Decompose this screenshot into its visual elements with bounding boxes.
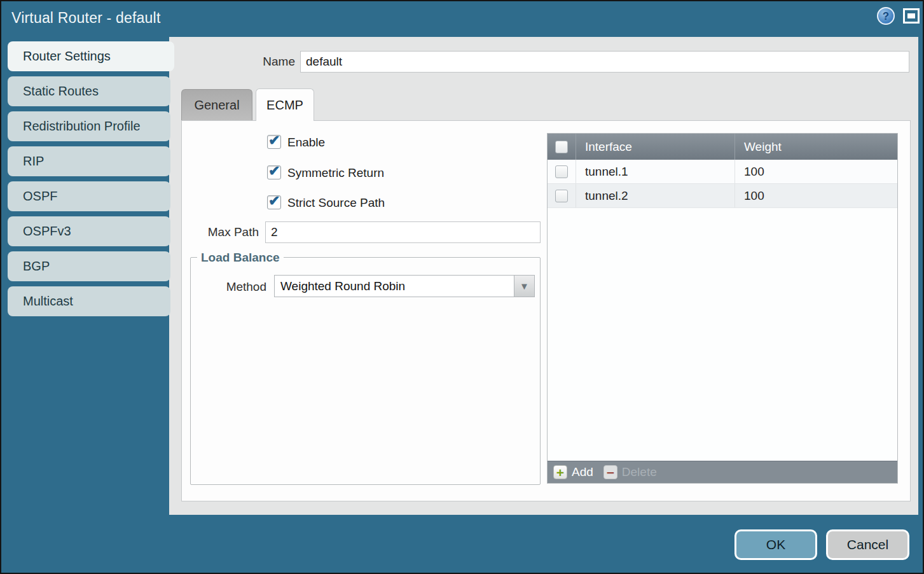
plus-glyph: + (556, 466, 564, 479)
sidebar-item-bgp[interactable]: BGP (8, 251, 170, 281)
checkmark-icon: ✔ (268, 193, 280, 209)
row-checkbox-cell (548, 160, 576, 183)
method-select-dropdown-button[interactable]: ▼ (514, 275, 535, 297)
dialog-title: Virtual Router - default (11, 10, 161, 27)
sidebar-item-multicast[interactable]: Multicast (8, 286, 170, 316)
sidebar-item-rip[interactable]: RIP (8, 146, 170, 176)
symmetric-return-label: Symmetric Return (287, 166, 384, 180)
sidebar-item-ospf[interactable]: OSPF (8, 181, 170, 211)
table-toolbar: + Add − Delete (548, 461, 897, 483)
help-icon-glyph: ? (883, 11, 889, 22)
max-path-label: Max Path (192, 225, 259, 239)
strict-source-path-label: Strict Source Path (287, 196, 385, 210)
row-checkbox[interactable] (555, 165, 568, 178)
window-restore-icon[interactable] (903, 8, 920, 24)
help-icon[interactable]: ? (877, 7, 895, 25)
weight-cell[interactable]: 100 (735, 160, 897, 183)
add-icon[interactable]: + (553, 465, 567, 479)
enable-checkbox[interactable]: ✔ (267, 135, 281, 149)
virtual-router-dialog: Virtual Router - default ? Router Settin… (0, 0, 924, 574)
tab-ecmp[interactable]: ECMP (256, 88, 314, 121)
row-checkbox-cell (548, 184, 576, 207)
table-row[interactable]: tunnel.2 100 (548, 184, 897, 208)
row-checkbox[interactable] (555, 190, 568, 202)
table-row[interactable]: tunnel.1 100 (548, 160, 897, 184)
select-all-checkbox[interactable] (555, 141, 568, 153)
chevron-down-icon: ▼ (520, 281, 529, 291)
symmetric-return-checkbox[interactable]: ✔ (267, 165, 281, 179)
sidebar-item-ospfv3[interactable]: OSPFv3 (8, 216, 170, 246)
method-select[interactable]: Weighted Round Robin (274, 275, 514, 297)
enable-label: Enable (287, 136, 325, 150)
sidebar-item-redistribution-profile[interactable]: Redistribution Profile (8, 111, 170, 141)
window-restore-inner (907, 13, 915, 18)
table-empty-area (548, 208, 897, 461)
column-header-interface[interactable]: Interface (576, 134, 735, 160)
name-label: Name (246, 55, 295, 69)
method-label: Method (211, 280, 266, 294)
ecmp-interface-table: Interface Weight tunnel.1 100 tunnel.2 1… (547, 133, 898, 484)
max-path-input[interactable] (265, 221, 541, 243)
delete-button[interactable]: Delete (622, 465, 657, 479)
tab-general[interactable]: General (181, 89, 252, 120)
interface-cell[interactable]: tunnel.1 (576, 160, 735, 183)
column-header-weight[interactable]: Weight (735, 134, 897, 160)
minus-glyph: − (607, 466, 614, 479)
name-input[interactable] (300, 51, 909, 73)
weight-cell[interactable]: 100 (735, 184, 897, 207)
table-header-row: Interface Weight (548, 134, 897, 160)
add-button[interactable]: Add (572, 465, 593, 479)
sidebar-item-router-settings[interactable]: Router Settings (8, 41, 174, 71)
strict-source-path-checkbox[interactable]: ✔ (267, 195, 281, 209)
cancel-button[interactable]: Cancel (826, 529, 909, 560)
checkmark-icon: ✔ (268, 163, 280, 179)
interface-cell[interactable]: tunnel.2 (576, 184, 735, 207)
checkmark-icon: ✔ (268, 132, 280, 149)
load-balance-legend: Load Balance (197, 251, 284, 265)
table-header-checkbox-cell (548, 134, 576, 160)
sidebar-item-static-routes[interactable]: Static Routes (8, 76, 170, 106)
delete-icon[interactable]: − (603, 465, 617, 479)
ok-button[interactable]: OK (734, 529, 817, 560)
